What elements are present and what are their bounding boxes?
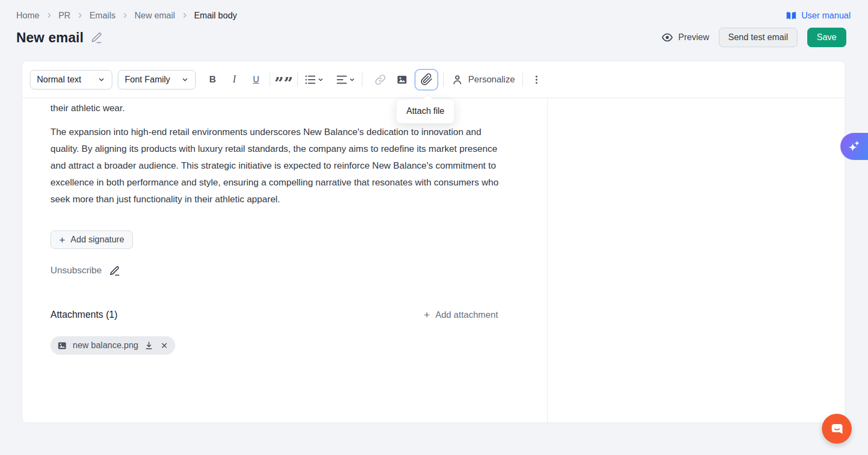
chevron-down-icon	[317, 76, 324, 83]
chevron-right-icon	[181, 12, 188, 19]
save-button[interactable]: Save	[807, 28, 846, 47]
toolbar-divider	[443, 73, 444, 87]
chevron-down-icon	[98, 76, 105, 84]
attach-file-button[interactable]	[414, 69, 438, 91]
font-family-value: Font Family	[125, 75, 170, 85]
user-manual-label: User manual	[801, 11, 851, 21]
italic-icon: I	[233, 74, 236, 85]
chevron-down-icon	[349, 76, 355, 83]
right-empty-pane	[548, 98, 845, 422]
unsubscribe-row: Unsubscribe	[50, 264, 501, 277]
toolbar-divider	[297, 73, 298, 87]
align-left-icon	[336, 74, 348, 86]
preview-label: Preview	[678, 33, 709, 42]
image-file-icon	[57, 341, 67, 351]
email-body-editor[interactable]: their athletic wear. The expansion into …	[50, 98, 501, 355]
paperclip-icon	[420, 73, 433, 86]
kebab-menu-icon	[531, 74, 542, 85]
chat-bubble-icon	[829, 421, 845, 437]
toolbar-divider	[270, 73, 270, 87]
download-attachment-button[interactable]	[144, 341, 154, 351]
underline-icon: U	[253, 75, 259, 85]
attach-file-tooltip-label: Attach file	[406, 106, 444, 116]
paragraph-style-select[interactable]: Normal text	[30, 70, 112, 89]
list-button[interactable]	[302, 71, 326, 89]
quote-icon: ””	[275, 73, 293, 86]
sparkles-icon	[847, 139, 861, 153]
link-icon	[374, 74, 386, 86]
title-bar: New email Preview Send test email Save	[0, 21, 868, 47]
chevron-right-icon	[76, 12, 84, 19]
personalize-button[interactable]: Personalize	[448, 74, 518, 86]
font-family-select[interactable]: Font Family	[118, 70, 196, 89]
edit-unsubscribe-icon[interactable]	[108, 264, 121, 277]
ai-assistant-button[interactable]	[840, 133, 868, 160]
align-button[interactable]	[334, 71, 358, 89]
more-options-button[interactable]	[527, 71, 546, 89]
chevron-right-icon	[46, 12, 53, 19]
breadcrumb-current: Email body	[194, 11, 237, 21]
attachments-header-row: Attachments (1) + Add attachment	[50, 309, 498, 321]
plus-icon: +	[424, 310, 430, 320]
editor-toolbar: Normal text Font Family B I U ””	[22, 61, 845, 98]
download-icon	[144, 341, 154, 351]
add-signature-button[interactable]: + Add signature	[50, 230, 133, 249]
person-icon	[451, 74, 463, 86]
book-icon	[786, 10, 797, 21]
underline-button[interactable]: U	[247, 71, 265, 89]
close-icon: ✕	[161, 341, 168, 351]
unsubscribe-link[interactable]: Unsubscribe	[50, 265, 102, 276]
link-button[interactable]	[371, 71, 390, 89]
page-title: New email	[16, 30, 103, 46]
attachment-chip: new balance.png ✕	[50, 336, 175, 355]
attachments-heading: Attachments (1)	[50, 309, 118, 321]
preview-button[interactable]: Preview	[661, 31, 709, 43]
insert-image-button[interactable]	[393, 71, 411, 89]
toolbar-divider	[362, 73, 362, 87]
header-actions: Preview Send test email Save	[661, 28, 846, 47]
email-title: New email	[16, 30, 84, 46]
chevron-right-icon	[122, 12, 129, 19]
image-icon	[396, 74, 408, 86]
breadcrumb-emails[interactable]: Emails	[90, 11, 116, 21]
paragraph-style-value: Normal text	[37, 75, 81, 85]
bold-icon: B	[209, 74, 216, 85]
email-body-card: Normal text Font Family B I U ””	[22, 61, 845, 423]
add-attachment-button[interactable]: + Add attachment	[424, 310, 498, 320]
italic-button[interactable]: I	[225, 71, 244, 89]
attachment-file-name: new balance.png	[73, 341, 138, 350]
chat-support-button[interactable]	[822, 414, 852, 444]
top-bar: Home PR Emails New email Email body User…	[0, 0, 868, 21]
breadcrumb-pr[interactable]: PR	[59, 11, 71, 21]
user-manual-link[interactable]: User manual	[786, 10, 851, 21]
add-attachment-label: Add attachment	[435, 310, 498, 320]
blockquote-button[interactable]: ””	[275, 71, 293, 89]
personalize-label: Personalize	[468, 74, 515, 85]
breadcrumb: Home PR Emails New email Email body	[16, 11, 237, 21]
bullet-list-icon	[304, 74, 316, 86]
send-test-email-button[interactable]: Send test email	[719, 28, 797, 47]
plus-icon: +	[59, 235, 65, 245]
eye-icon	[661, 31, 673, 43]
body-paragraph: The expansion into high-end retail envir…	[50, 124, 501, 208]
chevron-down-icon	[181, 76, 189, 84]
remove-attachment-button[interactable]: ✕	[161, 341, 168, 351]
edit-title-icon[interactable]	[90, 31, 103, 44]
breadcrumb-home[interactable]: Home	[16, 11, 40, 21]
email-editor-page: { "breadcrumb": { "items": ["Home", "PR"…	[0, 0, 868, 455]
breadcrumb-new-email[interactable]: New email	[135, 11, 175, 21]
bold-button[interactable]: B	[203, 71, 222, 89]
toolbar-divider	[522, 73, 523, 87]
add-signature-label: Add signature	[71, 235, 124, 245]
attach-file-tooltip: Attach file	[396, 99, 455, 124]
